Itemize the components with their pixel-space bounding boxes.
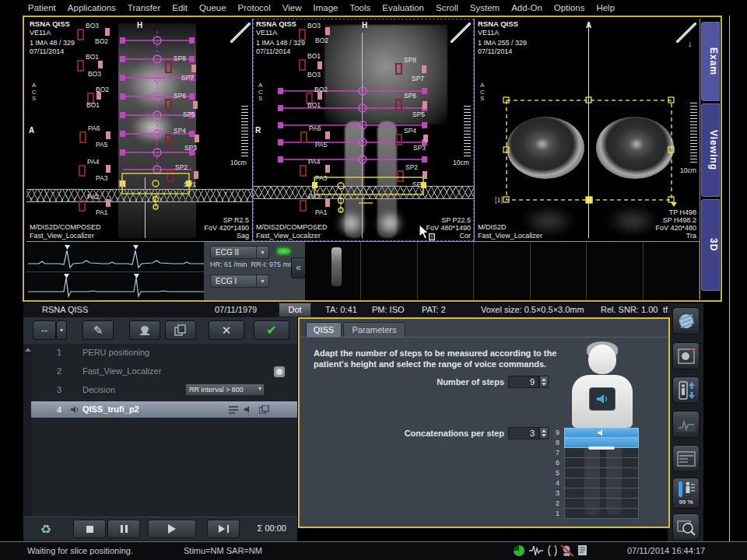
- play-button[interactable]: [148, 520, 196, 538]
- exam-layout-button[interactable]: [672, 445, 700, 472]
- menu-options[interactable]: Options: [554, 3, 585, 16]
- workflow-step-row[interactable]: 1 PERU positioning: [31, 344, 297, 362]
- menu-edit[interactable]: Edit: [172, 3, 188, 16]
- filmstrip-cell[interactable]: [587, 242, 643, 299]
- menu-view[interactable]: View: [282, 3, 302, 16]
- autoalign-head-button[interactable]: [672, 342, 700, 369]
- tab-parameters[interactable]: Parameters: [343, 322, 405, 337]
- filmstrip-cell[interactable]: [361, 242, 417, 299]
- copy-icon: [174, 324, 187, 336]
- step-row[interactable]: [564, 458, 639, 468]
- speaker-icon: [598, 429, 605, 436]
- active-slice-group-graphic[interactable]: [312, 175, 429, 215]
- spinner-up-icon[interactable]: [542, 378, 546, 381]
- collapse-panel-button[interactable]: «: [291, 257, 306, 278]
- queue-dropdown-button[interactable]: ▾: [56, 320, 67, 340]
- pause-button[interactable]: [107, 520, 140, 538]
- step-row[interactable]: [564, 499, 639, 509]
- number-of-steps-spinner[interactable]: [539, 376, 549, 388]
- fov-roi-graphic[interactable]: [503, 96, 679, 207]
- viewport-coronal[interactable]: RSNA QISS VE11A 1 IMA 148 / 329 07/11/20…: [253, 19, 474, 241]
- menu-applications[interactable]: Applications: [68, 3, 116, 16]
- menu-transfer[interactable]: Transfer: [128, 3, 160, 16]
- menu-queue[interactable]: Queue: [199, 3, 226, 16]
- head-frame-icon: [677, 347, 696, 366]
- menu-help[interactable]: Help: [596, 3, 615, 16]
- recycle-bin-button[interactable]: ♻: [34, 520, 58, 538]
- patient-table-icon: [677, 380, 696, 401]
- menu-tools[interactable]: Tools: [349, 3, 370, 16]
- concatenations-field[interactable]: 3: [508, 427, 539, 439]
- cancel-button[interactable]: ✕: [209, 320, 244, 340]
- chevron-down-icon[interactable]: ▾: [257, 246, 269, 259]
- tab-exam[interactable]: Exam: [701, 22, 720, 101]
- orientation-side: R: [255, 126, 261, 135]
- step-row[interactable]: [564, 509, 639, 519]
- workflow-step-row[interactable]: 3 Decision RR interval > 800 ▾: [31, 381, 297, 400]
- menu-addon[interactable]: Add-On: [511, 3, 542, 16]
- stamp-button[interactable]: [129, 320, 160, 340]
- ecg-lead-top-select[interactable]: ECG II ▾: [210, 246, 269, 259]
- menu-scroll[interactable]: Scroll: [436, 3, 458, 16]
- ecg-trace-bottom: [28, 273, 205, 299]
- contrast-injector-button[interactable]: ✎: [82, 320, 114, 340]
- filmstrip-cell[interactable]: [418, 242, 474, 299]
- step-row[interactable]: [564, 478, 639, 488]
- series-text: Fast_View_Localizer: [478, 232, 542, 240]
- chevron-down-icon[interactable]: ▾: [257, 275, 269, 288]
- skip-button[interactable]: [207, 520, 240, 538]
- menu-system[interactable]: System: [470, 3, 500, 16]
- filmstrip-cell[interactable]: [474, 242, 530, 299]
- ecg-lead-bottom-select[interactable]: ECG I ▾: [210, 275, 269, 288]
- menu-image[interactable]: Image: [313, 3, 338, 16]
- orientation-top: A: [586, 21, 591, 30]
- viewport-divider: [700, 19, 700, 299]
- table-position-marker[interactable]: [588, 446, 615, 450]
- filmstrip-cell[interactable]: [644, 242, 700, 299]
- log-document-icon: [577, 544, 587, 556]
- menu-patient[interactable]: Patient: [28, 3, 56, 16]
- patient-bar: RSNA QISS 07/11/1979 Dot TA: 0:41 PM: IS…: [23, 303, 677, 317]
- slice-stack-graphic[interactable]: [117, 31, 198, 176]
- confirm-button[interactable]: ✔: [254, 320, 289, 340]
- rr-interval-dropdown[interactable]: RR interval > 800 ▾: [185, 383, 265, 396]
- stop-button[interactable]: [73, 520, 106, 538]
- folded-corner-icon: [451, 23, 471, 43]
- workflow-toolbar: -- ▾ ✎ ✕ ✔: [23, 317, 297, 344]
- number-of-steps-field[interactable]: 9: [508, 376, 539, 388]
- filmstrip-cell[interactable]: [531, 242, 587, 299]
- voice-muted-icon: [560, 544, 574, 557]
- queue-split-button[interactable]: --: [33, 320, 56, 340]
- table-move-button[interactable]: [672, 376, 700, 404]
- viewport-transversal[interactable]: RSNA QISS VE11A 1 IMA 255 / 329 07/11/20…: [475, 19, 700, 241]
- stop-icon: [86, 526, 93, 533]
- speaker-icon: [244, 405, 252, 414]
- workflow-step-row[interactable]: 2 Fast_View_Localizer: [31, 362, 297, 381]
- menu-evaluation[interactable]: Evaluation: [382, 3, 424, 16]
- scale-ruler: [241, 106, 248, 157]
- chevron-down-icon: ▾: [60, 327, 63, 334]
- tab-viewing[interactable]: Viewing: [701, 103, 720, 197]
- scroll-down-icon[interactable]: ↓: [688, 39, 693, 48]
- dot-engine-button[interactable]: Dot: [279, 303, 311, 317]
- slice-position-button[interactable]: [672, 307, 700, 334]
- copy-button[interactable]: [165, 320, 196, 340]
- stamp-icon: [138, 325, 152, 336]
- active-slice-group-graphic[interactable]: [120, 171, 195, 210]
- tab-qiss[interactable]: QISS: [306, 322, 342, 337]
- scale-label: 10cm: [230, 159, 247, 166]
- workflow-step-row-selected[interactable]: 4 QISS_trufi_p2: [31, 401, 297, 418]
- sar-monitor-button[interactable]: 99 %: [672, 478, 700, 509]
- step-row[interactable]: [564, 468, 639, 478]
- step-row[interactable]: [564, 488, 639, 499]
- tab-3d[interactable]: 3D: [701, 199, 720, 291]
- step-row-active[interactable]: [564, 428, 639, 438]
- viewport-sagittal[interactable]: RSNA QISS VE11A 1 IMA 48 / 329 07/11/201…: [26, 19, 252, 241]
- image-review-button[interactable]: [672, 513, 700, 541]
- spinner-down-icon[interactable]: [542, 383, 546, 386]
- scroll-up-icon[interactable]: [25, 348, 31, 352]
- filmstrip-cell[interactable]: [305, 242, 361, 299]
- pen-icon: ✎: [93, 324, 103, 338]
- menu-protocol[interactable]: Protocol: [238, 3, 271, 16]
- physio-curve-button[interactable]: [672, 411, 700, 438]
